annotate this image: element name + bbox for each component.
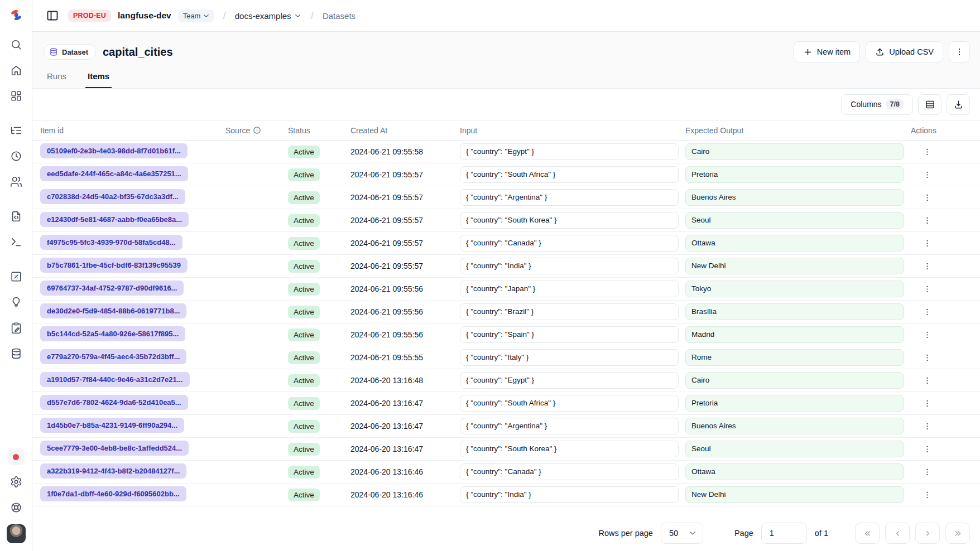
item-id-link[interactable]: e12430df-5e81-4687-aabb-f0ea65be8a... bbox=[40, 212, 189, 227]
rows-per-page-select[interactable]: 50 bbox=[661, 523, 703, 544]
input-cell[interactable]: { "country": "Egypt" } bbox=[460, 372, 679, 389]
expected-output-cell[interactable]: Buenos Aires bbox=[685, 189, 904, 206]
sidebar-item-annotation-queues[interactable] bbox=[7, 319, 26, 337]
org-type-dropdown[interactable]: Team bbox=[178, 9, 214, 22]
next-page-button[interactable] bbox=[915, 523, 940, 544]
new-item-button[interactable]: New item bbox=[794, 41, 860, 62]
row-actions-button[interactable] bbox=[919, 486, 935, 503]
item-id-link[interactable]: b5c144cd-52a5-4a80-926e-58617f895... bbox=[40, 326, 185, 341]
breadcrumb-project-dropdown[interactable]: docs-examples bbox=[235, 11, 302, 21]
input-cell[interactable]: { "country": "South Africa" } bbox=[460, 395, 679, 412]
sidebar-item-users[interactable] bbox=[7, 173, 26, 191]
row-actions-button[interactable] bbox=[919, 235, 935, 252]
sidebar-item-insights[interactable] bbox=[7, 293, 26, 311]
sidebar-item-evaluation[interactable] bbox=[7, 268, 26, 286]
last-page-button[interactable] bbox=[945, 523, 970, 544]
item-id-link[interactable]: a1910d57-7f84-440c-9e46-a31c2d7e21... bbox=[40, 372, 190, 387]
item-id-link[interactable]: a322b319-9412-4f43-b8f2-b20484127f... bbox=[40, 463, 186, 478]
expected-output-cell[interactable]: Cairo bbox=[685, 143, 904, 160]
column-header-expected-output[interactable]: Expected Output bbox=[685, 126, 911, 135]
row-actions-button[interactable] bbox=[919, 418, 935, 434]
sidebar-item-dashboards[interactable] bbox=[7, 87, 26, 105]
row-actions-button[interactable] bbox=[919, 463, 935, 480]
input-cell[interactable]: { "country": "South Africa" } bbox=[460, 166, 679, 183]
previous-page-button[interactable] bbox=[885, 523, 910, 544]
input-cell[interactable]: { "country": "Brazil" } bbox=[460, 303, 679, 320]
item-id-link[interactable]: 05109ef0-2e3b-4e03-98dd-8f7d01b61f... bbox=[40, 143, 188, 158]
input-cell[interactable]: { "country": "Spain" } bbox=[460, 326, 679, 343]
input-cell[interactable]: { "country": "Argentina" } bbox=[460, 189, 679, 206]
column-header-source[interactable]: Source bbox=[225, 126, 288, 135]
first-page-button[interactable] bbox=[855, 523, 880, 544]
expected-output-cell[interactable]: Seoul bbox=[685, 212, 904, 229]
row-actions-button[interactable] bbox=[919, 212, 935, 229]
item-id-link[interactable]: 1d45b0e7-b85a-4231-9149-6ff90a294... bbox=[40, 418, 184, 433]
item-id-link[interactable]: 5cee7779-3e00-4eb8-be8c-1affedd524... bbox=[40, 441, 189, 456]
item-id-link[interactable]: 1f0e7da1-dbff-4e60-929d-f6095602bb... bbox=[40, 486, 186, 501]
expected-output-cell[interactable]: Ottawa bbox=[685, 463, 904, 480]
input-cell[interactable]: { "country": "Canada" } bbox=[460, 463, 679, 480]
expected-output-cell[interactable]: Buenos Aires bbox=[685, 418, 904, 434]
row-actions-button[interactable] bbox=[919, 281, 935, 297]
row-actions-button[interactable] bbox=[919, 326, 935, 343]
row-actions-button[interactable] bbox=[919, 143, 935, 160]
expected-output-cell[interactable]: Pretoria bbox=[685, 395, 904, 412]
sidebar-item-tracing[interactable] bbox=[7, 122, 26, 139]
input-cell[interactable]: { "country": "Japan" } bbox=[460, 281, 679, 297]
row-actions-button[interactable] bbox=[919, 372, 935, 389]
item-id-link[interactable]: 69764737-34af-4752-9787-d90df9616... bbox=[40, 281, 184, 296]
row-actions-button[interactable] bbox=[919, 349, 935, 366]
input-cell[interactable]: { "country": "Egypt" } bbox=[460, 143, 679, 160]
expected-output-cell[interactable]: Pretoria bbox=[685, 166, 904, 183]
item-id-link[interactable]: de30d2e0-f5d9-4854-88b6-0619771b8... bbox=[40, 303, 186, 318]
row-actions-button[interactable] bbox=[919, 166, 935, 183]
item-id-link[interactable]: b75c7861-1fbe-45cf-bdf6-83f139c95539 bbox=[40, 258, 188, 273]
info-icon[interactable] bbox=[253, 126, 261, 134]
sidebar-item-playground[interactable] bbox=[7, 233, 26, 251]
expected-output-cell[interactable]: Brasília bbox=[685, 303, 904, 320]
expected-output-cell[interactable]: New Delhi bbox=[685, 258, 904, 274]
column-header-created-at[interactable]: Created At bbox=[350, 126, 460, 135]
item-id-link[interactable]: f4975c95-5fc3-4939-970d-58fa5cd48... bbox=[40, 235, 182, 250]
input-cell[interactable]: { "country": "Canada" } bbox=[460, 235, 679, 252]
expected-output-cell[interactable]: Rome bbox=[685, 349, 904, 366]
sidebar-item-prompts[interactable] bbox=[7, 207, 26, 225]
sidebar-item-search[interactable] bbox=[7, 36, 26, 54]
export-button[interactable] bbox=[947, 94, 970, 115]
column-header-input[interactable]: Input bbox=[460, 126, 685, 135]
status-indicator[interactable] bbox=[8, 448, 25, 465]
user-avatar[interactable] bbox=[7, 524, 26, 543]
column-header-item-id[interactable]: Item id bbox=[40, 126, 225, 135]
item-id-link[interactable]: e779a270-579a-4f45-aec4-35b72d3bff... bbox=[40, 349, 186, 364]
langfuse-logo[interactable] bbox=[8, 7, 25, 23]
expected-output-cell[interactable]: Ottawa bbox=[685, 235, 904, 252]
input-cell[interactable]: { "country": "India" } bbox=[460, 258, 679, 274]
row-height-button[interactable] bbox=[918, 94, 941, 115]
dataset-more-actions-button[interactable] bbox=[949, 41, 970, 62]
row-actions-button[interactable] bbox=[919, 441, 935, 457]
tab-items[interactable]: Items bbox=[85, 71, 112, 88]
input-cell[interactable]: { "country": "India" } bbox=[460, 486, 679, 503]
org-name[interactable]: langfuse-dev bbox=[118, 11, 171, 21]
sidebar-toggle-button[interactable] bbox=[44, 7, 61, 25]
expected-output-cell[interactable]: Madrid bbox=[685, 326, 904, 343]
sidebar-item-home[interactable] bbox=[7, 61, 26, 79]
row-actions-button[interactable] bbox=[919, 258, 935, 274]
sidebar-item-sessions[interactable] bbox=[7, 147, 26, 165]
columns-button[interactable]: Columns 7/8 bbox=[841, 94, 913, 115]
row-actions-button[interactable] bbox=[919, 303, 935, 320]
input-cell[interactable]: { "country": "Italy" } bbox=[460, 349, 679, 366]
sidebar-item-support[interactable] bbox=[7, 499, 26, 516]
expected-output-cell[interactable]: Cairo bbox=[685, 372, 904, 389]
item-id-link[interactable]: c702838d-24d5-40a2-bf35-67dc3a3df... bbox=[40, 189, 185, 204]
page-number-input[interactable] bbox=[761, 523, 807, 544]
row-actions-button[interactable] bbox=[919, 395, 935, 412]
tab-runs[interactable]: Runs bbox=[45, 71, 69, 88]
row-actions-button[interactable] bbox=[919, 189, 935, 206]
item-id-link[interactable]: eed5dafe-244f-465c-a84c-4a6e357251... bbox=[40, 166, 188, 181]
input-cell[interactable]: { "country": "Argentina" } bbox=[460, 418, 679, 434]
expected-output-cell[interactable]: Tokyo bbox=[685, 281, 904, 297]
item-id-link[interactable]: d557e7d6-7802-4624-9da6-52d410ea5... bbox=[40, 395, 188, 410]
expected-output-cell[interactable]: Seoul bbox=[685, 441, 904, 457]
input-cell[interactable]: { "country": "South Korea" } bbox=[460, 212, 679, 229]
